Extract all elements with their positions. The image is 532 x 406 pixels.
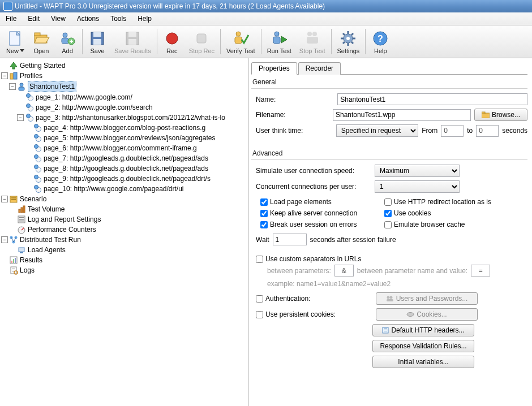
tree-node[interactable]: page_1: http://www.google.com/	[1, 92, 247, 102]
tree-node[interactable]: page_5: http://www.blogger.com/reviews/j…	[1, 133, 247, 143]
params-sep-input[interactable]	[334, 265, 354, 277]
tree-node[interactable]: page_7: http://googleads.g.doubleclick.n…	[1, 153, 247, 163]
to-input[interactable]	[476, 125, 499, 137]
svg-point-24	[307, 32, 312, 36]
keep-alive-checkbox[interactable]	[260, 210, 268, 217]
users-icon	[386, 295, 394, 302]
tree-node[interactable]: −Scenario	[1, 194, 247, 204]
think-time-label: User think time:	[256, 127, 333, 135]
scenario-icon	[9, 195, 18, 204]
load-page-checkbox[interactable]	[260, 198, 268, 206]
tree-node[interactable]: page_8: http://googleads.g.doubleclick.n…	[1, 163, 247, 174]
disc-icon	[406, 311, 414, 318]
emulate-cache-checkbox[interactable]	[384, 221, 392, 228]
users-passwords-button[interactable]: Users and Passwords...	[376, 292, 478, 305]
concurrent-select[interactable]: 1	[375, 180, 460, 193]
think-time-select[interactable]: Specified in request	[336, 124, 419, 137]
run-test-button[interactable]: Run Test	[263, 27, 295, 57]
tree-node[interactable]: page_6: http://www.blogger.com/comment-i…	[1, 143, 247, 153]
svg-rect-67	[19, 209, 20, 213]
tree-toggle[interactable]: −	[17, 114, 24, 121]
page-icon	[33, 174, 42, 183]
filename-input[interactable]	[333, 109, 471, 121]
use-cookies-checkbox[interactable]	[384, 210, 392, 217]
tree-toggle[interactable]: −	[1, 236, 8, 243]
getting-started: Getting Started	[20, 61, 66, 70]
tree-node[interactable]: −page_3: http://shantonusarker.blogspot.…	[1, 113, 247, 123]
tree-node[interactable]: page_9: http://googleads.g.doubleclick.n…	[1, 174, 247, 184]
add-button[interactable]: Add	[54, 27, 80, 57]
from-input[interactable]	[441, 125, 464, 137]
authentication-checkbox[interactable]	[256, 295, 263, 303]
initial-variables-button[interactable]: Initial variables...	[372, 356, 474, 368]
rec-button[interactable]: Rec	[159, 27, 185, 57]
wait-label: Wait	[256, 236, 269, 244]
svg-rect-41	[14, 72, 17, 79]
tree-toggle[interactable]: −	[1, 196, 8, 202]
tree-panel[interactable]: Getting Started−Profiles−ShantonuTest1pa…	[0, 58, 249, 406]
persistent-cookies-checkbox[interactable]	[256, 311, 263, 318]
svg-point-28	[346, 37, 350, 40]
verify-test-button[interactable]: Verify Test	[222, 27, 259, 57]
new-button[interactable]: New	[2, 27, 28, 57]
perf-icon	[17, 225, 26, 234]
tab-properties[interactable]: Properties	[251, 62, 297, 75]
http-redirect-checkbox[interactable]	[384, 198, 392, 206]
menu-tools[interactable]: Tools	[105, 13, 132, 24]
menubar: FileEditViewActionsToolsHelp	[0, 12, 532, 25]
help-button[interactable]: ?Help	[367, 27, 393, 57]
break-session-checkbox[interactable]	[260, 221, 268, 228]
between-params-label: between parameters:	[267, 267, 331, 275]
tree-node[interactable]: −ShantonuTest1	[1, 81, 247, 92]
tree-node[interactable]: Load Agents	[1, 245, 247, 255]
tree-node[interactable]: Log and Report Settings	[1, 214, 247, 224]
name-value-sep-input[interactable]	[471, 265, 490, 277]
menu-file[interactable]: File	[0, 13, 22, 24]
name-label: Name:	[256, 96, 334, 103]
tree-node[interactable]: Performance Counters	[1, 224, 247, 235]
menu-actions[interactable]: Actions	[71, 13, 105, 24]
agent-icon	[17, 245, 26, 254]
svg-point-61	[35, 175, 38, 179]
browse-button[interactable]: Browse...	[474, 109, 527, 121]
general-heading: General	[252, 78, 527, 86]
tree-node[interactable]: page_4: http://www.blogger.com/blog-post…	[1, 123, 247, 133]
wait-input[interactable]	[273, 234, 307, 245]
tree-node[interactable]: Logs	[1, 265, 247, 275]
new-icon	[6, 29, 24, 47]
page-item: page_6: http://www.blogger.com/comment-i…	[44, 144, 197, 153]
name-input[interactable]	[337, 93, 527, 105]
page-item: page_2: http://www.google.com/search	[36, 103, 153, 112]
toolbar-label: Save	[90, 47, 104, 54]
menu-view[interactable]: View	[45, 13, 71, 24]
tree-node[interactable]: Results	[1, 255, 247, 265]
open-button[interactable]: Open	[28, 27, 54, 57]
menu-edit[interactable]: Edit	[22, 13, 45, 24]
tree-toggle[interactable]: −	[1, 72, 8, 79]
filename-label: Filename:	[256, 111, 329, 119]
tab-recorder[interactable]: Recorder	[298, 62, 341, 75]
svg-rect-13	[93, 39, 101, 45]
load-agents: Load Agents	[28, 245, 66, 254]
svg-rect-68	[21, 208, 23, 213]
settings-button[interactable]: Settings	[333, 27, 364, 57]
validation-rules-button[interactable]: Response Validation Rules...	[372, 340, 474, 352]
cookies-button[interactable]: Cookies...	[376, 308, 478, 321]
toolbar-label: Add	[62, 47, 73, 54]
save-button[interactable]: Save	[84, 27, 110, 57]
svg-rect-71	[19, 217, 24, 218]
sim-speed-select[interactable]: Maximum	[375, 165, 460, 177]
menu-help[interactable]: Help	[132, 13, 157, 24]
svg-point-49	[27, 114, 31, 118]
tree-node[interactable]: −Profiles	[1, 71, 247, 81]
tree-node[interactable]: page_2: http://www.google.com/search	[1, 102, 247, 113]
tree-node[interactable]: Getting Started	[1, 61, 247, 71]
default-headers-button[interactable]: Default HTTP headers...	[372, 324, 474, 336]
tree-node[interactable]: Test Volume	[1, 204, 247, 214]
tree-node[interactable]: −Distributed Test Run	[1, 235, 247, 245]
custom-separators-checkbox[interactable]	[256, 256, 263, 263]
svg-point-57	[35, 155, 38, 159]
svg-rect-26	[307, 37, 318, 44]
tree-node[interactable]: page_10: http://www.google.com/pagead/dr…	[1, 184, 247, 194]
tree-toggle[interactable]: −	[9, 83, 16, 90]
